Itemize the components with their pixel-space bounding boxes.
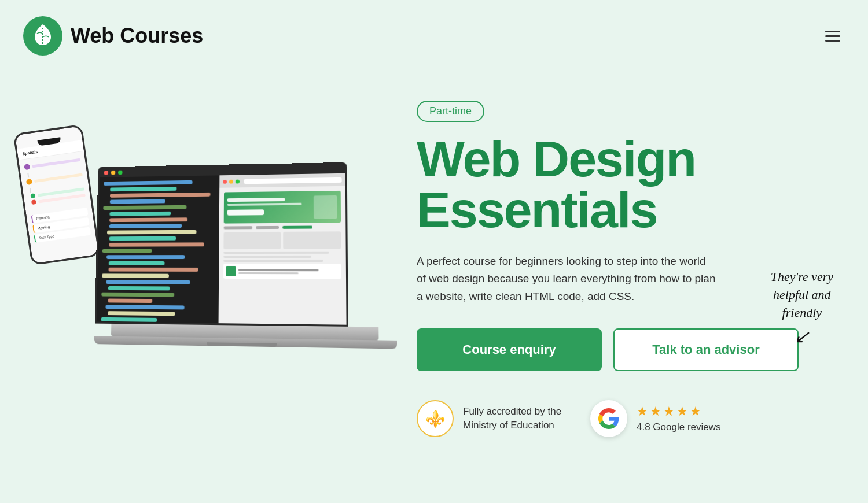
preview-text-line <box>223 260 323 262</box>
preview-nav-item <box>283 226 312 229</box>
node-circle <box>26 179 32 185</box>
part-time-label: Part-time <box>429 105 472 117</box>
portfolio-line <box>238 272 298 273</box>
code-line <box>109 217 187 222</box>
preview-nav <box>224 225 341 229</box>
star-2: ★ <box>650 404 661 419</box>
preview-card <box>283 231 341 249</box>
preview-subtitle-line <box>227 202 301 205</box>
course-title-line2: Essentials <box>417 181 657 238</box>
device-container: Spatials <box>91 163 392 360</box>
code-editor-pane <box>96 175 219 327</box>
trust-badges-row: ⚜️ Fully accredited by the Ministry of E… <box>417 400 822 437</box>
preview-portfolio-text <box>238 268 339 273</box>
google-rating-text: 4.8 Google reviews <box>637 421 721 433</box>
testimonial-text: They're veryhelpful andfriendly ↙ <box>771 268 833 350</box>
preview-button-shape <box>227 209 264 215</box>
preview-title-line <box>227 198 285 202</box>
stars-row: ★ ★ ★ ★ ★ <box>637 404 721 419</box>
phone-mockup: Spatials <box>13 124 101 265</box>
cta-buttons-row: Course enquiry Talk to an advisor <box>417 328 822 371</box>
code-line <box>109 212 170 216</box>
preview-card <box>223 232 280 249</box>
node-circle <box>30 193 35 198</box>
star-3: ★ <box>663 404 675 419</box>
preview-dot <box>229 179 233 183</box>
code-line <box>107 230 196 235</box>
phone-screen: Spatials <box>15 126 98 264</box>
code-line <box>109 261 164 265</box>
node-line <box>34 173 83 183</box>
node-circle <box>24 164 30 170</box>
preview-portfolio-icon <box>226 266 236 276</box>
ministry-emblem-icon: ⚜️ <box>425 409 446 428</box>
preview-image-placeholder <box>314 195 337 218</box>
testimonial-content: They're veryhelpful andfriendly <box>771 269 833 320</box>
phone-node-2 <box>26 172 83 186</box>
star-5: ★ <box>690 404 701 419</box>
course-title: Web Design Essentials <box>417 134 822 235</box>
part-time-badge: Part-time <box>417 101 484 122</box>
code-line <box>101 317 157 322</box>
google-icon <box>590 400 627 437</box>
preview-address-bar <box>244 177 342 183</box>
node-circle <box>31 199 36 205</box>
preview-nav-item <box>224 226 253 229</box>
titlebar-maximize <box>118 171 123 175</box>
course-enquiry-button[interactable]: Course enquiry <box>417 328 602 371</box>
google-reviews-text-block: ★ ★ ★ ★ ★ 4.8 Google reviews <box>637 404 721 433</box>
main-content: Spatials <box>0 0 868 503</box>
portfolio-line <box>238 268 318 271</box>
star-1: ★ <box>637 404 648 419</box>
code-line <box>104 180 192 186</box>
hero-text-section: Part-time Web Design Essentials A perfec… <box>393 43 868 460</box>
phone-node-1 <box>24 157 80 171</box>
laptop-screen <box>95 162 348 327</box>
code-line <box>109 224 182 228</box>
laptop-screen-inner <box>96 173 346 327</box>
code-line <box>108 311 175 316</box>
node-line <box>32 158 80 168</box>
google-reviews-item: ★ ★ ★ ★ ★ 4.8 Google reviews <box>590 400 721 437</box>
phone-connector <box>27 173 29 177</box>
preview-dot <box>236 179 240 183</box>
phone-connector-2 <box>30 188 31 193</box>
code-line <box>108 299 152 303</box>
preview-hero-section <box>224 191 341 224</box>
star-4: ★ <box>676 404 688 419</box>
code-line <box>110 199 165 204</box>
titlebar-minimize <box>111 171 116 175</box>
preview-portfolio-card <box>223 264 341 279</box>
preview-hero-text <box>227 197 310 217</box>
course-title-line1: Web Design <box>417 130 696 187</box>
code-line <box>109 242 204 246</box>
preview-text-line <box>223 252 329 254</box>
code-line <box>103 205 186 210</box>
preview-browser-bar <box>219 173 345 188</box>
phone-node-area: Planning Meeting Task Type <box>19 151 96 248</box>
preview-text-line <box>223 256 311 258</box>
code-line <box>101 293 174 297</box>
code-line <box>106 255 185 259</box>
preview-nav-item <box>256 226 279 229</box>
code-line <box>106 280 190 284</box>
code-line <box>102 249 152 253</box>
code-line <box>110 193 210 198</box>
laptop-body <box>94 161 398 363</box>
code-line <box>109 268 198 272</box>
preview-grid <box>223 231 341 249</box>
code-line <box>105 305 184 309</box>
code-line <box>102 273 169 278</box>
device-mockups-section: Spatials <box>0 0 393 503</box>
preview-content <box>219 186 346 284</box>
titlebar-close <box>104 171 109 175</box>
testimonial-arrow-icon: ↙ <box>771 324 833 350</box>
ministry-trust-item: ⚜️ Fully accredited by the Ministry of E… <box>417 400 567 437</box>
laptop-mockup <box>94 161 398 363</box>
ministry-icon: ⚜️ <box>417 400 454 437</box>
course-description: A perfect course for beginners looking t… <box>417 253 718 305</box>
google-g-icon <box>598 408 619 429</box>
code-line <box>109 236 176 241</box>
preview-dot <box>223 179 227 183</box>
website-preview-pane <box>218 173 346 327</box>
